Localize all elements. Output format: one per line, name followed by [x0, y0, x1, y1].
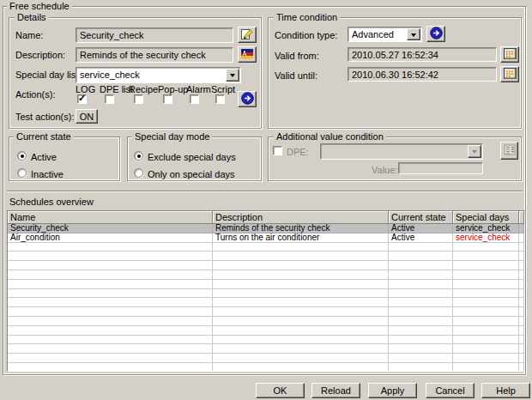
special-day-list-combobox[interactable]: service_check: [76, 67, 241, 83]
apply-button[interactable]: Apply: [368, 383, 417, 398]
cell-name: [8, 317, 213, 326]
cell-current-state: [389, 326, 453, 336]
actions-label: Action(s):: [15, 89, 55, 100]
action-script-checkbox[interactable]: [215, 94, 225, 104]
chevron-down-icon[interactable]: [407, 28, 420, 40]
cell-description: [213, 344, 389, 354]
cell-spacer: [519, 298, 524, 307]
dpe-checkbox[interactable]: [273, 146, 282, 155]
description-field[interactable]: Reminds of the security check: [76, 47, 233, 63]
empty-row[interactable]: [8, 307, 524, 317]
empty-row[interactable]: [8, 354, 524, 363]
column-header-special-days[interactable]: Special days: [453, 211, 519, 224]
cell-special-days: [453, 307, 519, 317]
cell-special-days: [453, 243, 519, 252]
blue-arrow-right-icon: [430, 27, 443, 41]
reload-button[interactable]: Reload: [311, 383, 360, 398]
empty-row[interactable]: [8, 243, 524, 252]
cell-name: [8, 363, 213, 372]
inactive-radio[interactable]: [17, 168, 27, 178]
condition-type-detail-button[interactable]: [426, 26, 445, 42]
active-radio[interactable]: [17, 151, 27, 161]
column-header-current-state[interactable]: Current state: [389, 211, 453, 224]
empty-row[interactable]: [8, 344, 524, 354]
cell-description: [213, 307, 389, 317]
cell-special-days: [453, 270, 519, 280]
cell-current-state: [389, 317, 453, 326]
cell-spacer: [519, 307, 524, 317]
empty-row[interactable]: [8, 261, 524, 270]
empty-row[interactable]: [8, 326, 524, 336]
valid-until-field[interactable]: 2010.06.30 16:52:42: [348, 67, 497, 82]
valid-from-field[interactable]: 2010.05.27 16:52:34: [348, 47, 497, 62]
cell-spacer: [519, 261, 524, 270]
separator-line: [7, 191, 523, 192]
cell-spacer: [519, 270, 524, 280]
schedules-table-body: Security_checkReminds of the security ch…: [8, 224, 524, 372]
condition-type-combobox[interactable]: Advanced: [348, 27, 422, 42]
action-log-checkbox[interactable]: [77, 94, 87, 104]
exclude-special-days-radio[interactable]: [134, 151, 143, 161]
empty-row[interactable]: [8, 317, 524, 326]
cell-name: [8, 326, 213, 336]
edit-name-button[interactable]: [238, 27, 257, 43]
action-popup-checkbox[interactable]: [163, 94, 172, 104]
cell-special-days: [453, 252, 519, 261]
empty-row[interactable]: [8, 289, 524, 299]
column-header-name[interactable]: Name: [8, 211, 213, 224]
cell-special-days: [453, 336, 519, 345]
empty-row[interactable]: [8, 270, 524, 280]
calendar-icon: [504, 68, 517, 81]
valid-until-calendar-button[interactable]: [500, 66, 519, 82]
empty-row[interactable]: [8, 252, 524, 261]
cell-description: [213, 363, 389, 372]
cell-name: [8, 298, 213, 307]
cell-name: [8, 289, 213, 299]
valid-until-label: Valid until:: [275, 70, 317, 81]
cell-special-days: [453, 280, 519, 289]
schedule-row[interactable]: Security_checkReminds of the security ch…: [8, 224, 524, 233]
cell-description: [213, 280, 389, 289]
condition-type-value: Advanced: [352, 29, 394, 39]
empty-row[interactable]: [8, 280, 524, 289]
only-special-days-radio[interactable]: [134, 168, 143, 178]
active-radio-label: Active: [31, 152, 57, 162]
empty-row[interactable]: [8, 363, 524, 372]
schedule-row[interactable]: Air_conditionTurns on the air conditione…: [8, 233, 524, 243]
description-language-button[interactable]: [238, 46, 257, 63]
cell-description: [213, 270, 389, 280]
time-condition-group-label: Time condition: [274, 11, 340, 23]
cell-description: [213, 354, 389, 363]
configure-actions-button[interactable]: [238, 91, 257, 107]
inactive-radio-label: Inactive: [31, 169, 63, 179]
empty-row[interactable]: [8, 298, 524, 307]
test-actions-on-button[interactable]: ON: [76, 109, 98, 124]
chevron-down-icon: [468, 145, 481, 158]
cell-name: [8, 336, 213, 345]
empty-row[interactable]: [8, 336, 524, 345]
cell-current-state: [389, 261, 453, 270]
chevron-down-icon[interactable]: [226, 69, 239, 82]
cell-special-days: [453, 354, 519, 363]
ok-button[interactable]: OK: [256, 383, 305, 398]
column-header-description[interactable]: Description: [213, 211, 389, 224]
cell-description: [213, 243, 389, 252]
cell-name: [8, 270, 213, 280]
cell-current-state: Active: [389, 233, 453, 243]
name-field[interactable]: Security_check: [76, 27, 233, 43]
cell-name: Security_check: [8, 224, 213, 233]
action-recipe-checkbox[interactable]: [134, 94, 143, 104]
action-alarm-checkbox[interactable]: [190, 94, 199, 104]
action-dpe-list-checkbox[interactable]: [105, 94, 114, 104]
cell-current-state: [389, 270, 453, 280]
cancel-button[interactable]: Cancel: [426, 383, 475, 398]
schedules-table[interactable]: Name Description Current state Special d…: [7, 210, 525, 372]
schedules-overview-label: Schedules overview: [9, 197, 94, 207]
special-day-list-value: service_check: [80, 70, 140, 80]
additional-value-condition-group-label: Additional value condition: [274, 130, 386, 142]
valid-from-calendar-button[interactable]: [500, 46, 519, 63]
cell-spacer: [519, 243, 524, 252]
help-button[interactable]: Help: [481, 383, 530, 398]
name-label: Name:: [15, 30, 43, 40]
cell-spacer: [519, 224, 524, 233]
